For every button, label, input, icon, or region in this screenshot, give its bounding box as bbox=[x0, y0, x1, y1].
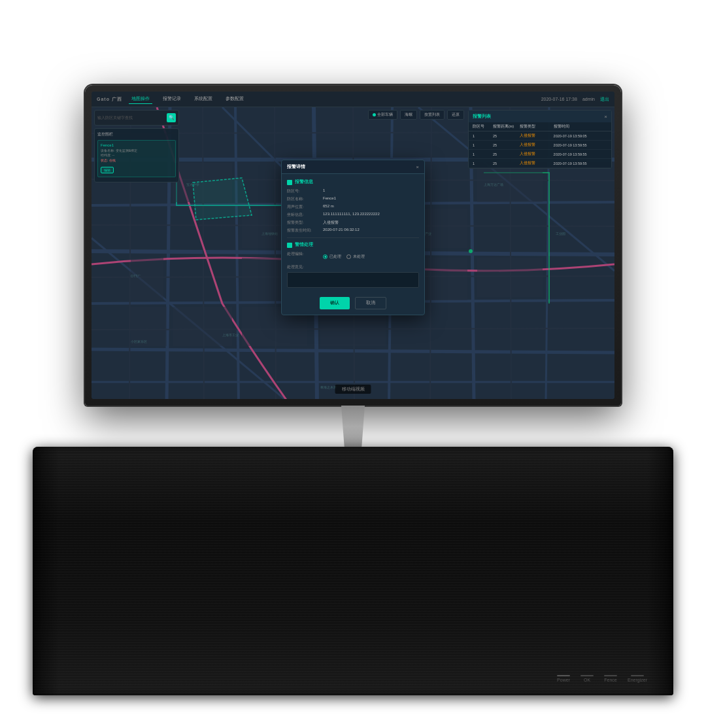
modal-textarea[interactable] bbox=[287, 272, 419, 288]
alarm-panel-close[interactable]: × bbox=[604, 114, 607, 120]
tower-btn-ok: OK bbox=[580, 675, 594, 682]
nav-right: 2020-07-16 17:38 admin 退出 bbox=[541, 96, 609, 103]
modal-title: 报警详情 bbox=[287, 164, 305, 170]
alarm-row-2[interactable]: 1 25 入侵报警 2020-07-19 13:59:55 bbox=[469, 150, 611, 159]
tower-ok-light bbox=[580, 675, 594, 676]
alarm-col-dist: 报警距离(m) bbox=[493, 124, 520, 129]
tower-left-shadow bbox=[33, 447, 59, 695]
map-top-controls: 全部车辆 海螺 按置列表 还原 bbox=[368, 110, 464, 120]
alarm-col-time: 报警时间 bbox=[554, 124, 607, 129]
modal-field-0: 防区号: 1 bbox=[287, 188, 419, 194]
nav-tab-map[interactable]: 地图操作 bbox=[129, 94, 152, 104]
alarm-panel-title: 报警列表 bbox=[473, 113, 491, 120]
modal-divider bbox=[287, 237, 419, 238]
alarm-row-3[interactable]: 1 25 入侵报警 2020-07-19 13:59:55 bbox=[469, 159, 611, 168]
fence-item: Fence1 设备名称: 变化监测&绑定 经纬度: -- 状态: 在线 编辑 bbox=[97, 140, 176, 177]
tower-lines bbox=[33, 447, 673, 695]
radio-circle-unprocessed bbox=[346, 254, 351, 259]
modal-close[interactable]: × bbox=[416, 164, 419, 170]
alert-modal: 报警详情 × 报警信息 防区号: 1 bbox=[281, 160, 425, 315]
fence-device: 设备名称: 变化监测&绑定 bbox=[101, 148, 173, 153]
nav-tab-system[interactable]: 系统配置 bbox=[192, 94, 215, 104]
alarm-row-0[interactable]: 1 25 入侵报警 2020-07-19 13:59:05 bbox=[469, 131, 611, 141]
modal-cancel-btn[interactable]: 取消 bbox=[355, 297, 386, 309]
fence-coord: 经纬度: -- bbox=[101, 153, 173, 158]
map-ctrl-all-vehicles[interactable]: 全部车辆 bbox=[368, 110, 397, 120]
pc-tower: Power OK Fence Energizer bbox=[33, 447, 673, 728]
modal-footer: 确认 取消 bbox=[282, 293, 424, 315]
modal-comment-row: 处理意见: bbox=[287, 264, 419, 270]
search-box: 输入防区关键字查找 🔍 bbox=[94, 110, 179, 126]
modal-handling-row: 处理编辑: 已处理 未处理 bbox=[287, 251, 419, 262]
search-button[interactable]: 🔍 bbox=[167, 113, 176, 122]
modal-field-4: 报警类型: 入侵报警 bbox=[287, 220, 419, 226]
scene: Gato 广西 地图操作 报警记录 系统配置 参数配置 2020-07-16 1… bbox=[0, 0, 706, 728]
modal-field-2: 用声位置: 652 m bbox=[287, 204, 419, 210]
radio-processed[interactable]: 已处理 bbox=[323, 254, 341, 260]
modal-section1-icon bbox=[287, 180, 292, 185]
monitor: Gato 广西 地图操作 报警记录 系统配置 参数配置 2020-07-16 1… bbox=[85, 85, 621, 472]
svg-marker-53 bbox=[193, 178, 252, 220]
radio-group: 已处理 未处理 bbox=[323, 254, 365, 260]
fence-status: 状态: 在线 bbox=[101, 158, 173, 162]
bottom-label: 移动端视频 bbox=[335, 385, 371, 394]
modal-section2-icon bbox=[287, 243, 292, 248]
svg-text:OTT厂: OTT厂 bbox=[131, 274, 141, 278]
nav-tab-alarm[interactable]: 报警记录 bbox=[160, 94, 184, 104]
svg-text:上海地铁站: 上海地铁站 bbox=[261, 232, 278, 235]
svg-rect-40 bbox=[173, 307, 232, 346]
modal-section1-title: 报警信息 bbox=[287, 179, 419, 185]
map-ctrl-device-list[interactable]: 按置列表 bbox=[420, 110, 445, 120]
svg-text:上海市工业: 上海市工业 bbox=[222, 333, 239, 337]
nav-user: admin bbox=[582, 97, 595, 101]
svg-text:上海万达广场: 上海万达广场 bbox=[484, 182, 503, 186]
modal-confirm-btn[interactable]: 确认 bbox=[320, 297, 350, 309]
nav-tab-params[interactable]: 参数配置 bbox=[223, 94, 246, 104]
alarm-panel: 报警列表 × 防区号 报警距离(m) 报警类型 报警时间 bbox=[468, 110, 612, 169]
svg-text:工业园: 工业园 bbox=[556, 232, 565, 235]
svg-point-57 bbox=[469, 249, 473, 253]
tower-body: Power OK Fence Energizer bbox=[33, 447, 673, 695]
svg-text:奉海之木养: 奉海之木养 bbox=[320, 385, 337, 389]
tower-btn-power: Power bbox=[557, 675, 570, 682]
alarm-row-1[interactable]: 1 25 入侵报警 2020-07-19 13:59:55 bbox=[469, 141, 611, 150]
modal-field-3: 坐标信息: 123.111111111, 123.222222222 bbox=[287, 212, 419, 218]
map-ctrl-reset[interactable]: 还原 bbox=[447, 110, 464, 120]
nav-datetime: 2020-07-16 17:38 bbox=[541, 97, 577, 101]
tower-right-shadow bbox=[647, 447, 673, 695]
map-area: 宝才中学 上海地铁站 同济大学工业学院 上海市工业 大众汽车产业 上海万达广场 … bbox=[92, 107, 614, 399]
left-sidebar: 输入防区关键字查找 🔍 监控围栏 Fence1 设备名称: 变化监测&绑定 经纬… bbox=[94, 110, 179, 182]
modal-header: 报警详情 × bbox=[282, 160, 424, 174]
tower-btn-energizer: Energizer bbox=[628, 675, 647, 682]
nav-tabs: 地图操作 报警记录 系统配置 参数配置 bbox=[129, 94, 246, 104]
svg-rect-34 bbox=[131, 258, 163, 300]
modal-section1-label: 报警信息 bbox=[295, 179, 313, 185]
tower-btn-fence: Fence bbox=[604, 675, 617, 682]
svg-text:小区家乐区: 小区家乐区 bbox=[131, 339, 147, 343]
tower-front-panel: Power OK Fence Energizer bbox=[557, 675, 647, 682]
modal-section2-title: 警情处理 bbox=[287, 242, 419, 248]
modal-field-1: 防区名称: Fence1 bbox=[287, 196, 419, 202]
radio-unprocessed[interactable]: 未处理 bbox=[346, 254, 365, 260]
alarm-panel-titlebar: 报警列表 × bbox=[469, 111, 611, 122]
radio-circle-processed bbox=[323, 254, 328, 259]
app-logo: Gato 广西 bbox=[97, 95, 122, 103]
nav-bar: Gato 广西 地图操作 报警记录 系统配置 参数配置 2020-07-16 1… bbox=[92, 92, 614, 107]
nav-logout[interactable]: 退出 bbox=[600, 96, 609, 103]
search-input[interactable]: 输入防区关键字查找 bbox=[97, 115, 165, 121]
fence-list-panel: 监控围栏 Fence1 设备名称: 变化监测&绑定 经纬度: -- 状态: 在线… bbox=[94, 128, 179, 182]
tower-energizer-light bbox=[631, 675, 644, 676]
alarm-col-type: 报警类型 bbox=[520, 124, 554, 129]
modal-body: 报警信息 防区号: 1 防区名称: Fence1 bbox=[282, 174, 424, 293]
tower-fence-light bbox=[604, 675, 617, 676]
modal-section2-label: 警情处理 bbox=[295, 242, 313, 248]
map-ctrl-heluo[interactable]: 海螺 bbox=[400, 110, 417, 120]
modal-field-5: 报警发生时间: 2020-07-21 06:32:12 bbox=[287, 228, 419, 234]
fence-edit-btn[interactable]: 编辑 bbox=[101, 167, 114, 173]
monitor-bezel: Gato 广西 地图操作 报警记录 系统配置 参数配置 2020-07-16 1… bbox=[85, 85, 621, 406]
fence-list-title: 监控围栏 bbox=[97, 131, 176, 137]
fence-name: Fence1 bbox=[101, 143, 173, 147]
tower-power-light bbox=[557, 675, 570, 676]
alarm-table: 防区号 报警距离(m) 报警类型 报警时间 1 25 入侵报警 2020-07- bbox=[469, 122, 611, 168]
screen-ui: Gato 广西 地图操作 报警记录 系统配置 参数配置 2020-07-16 1… bbox=[92, 92, 614, 399]
